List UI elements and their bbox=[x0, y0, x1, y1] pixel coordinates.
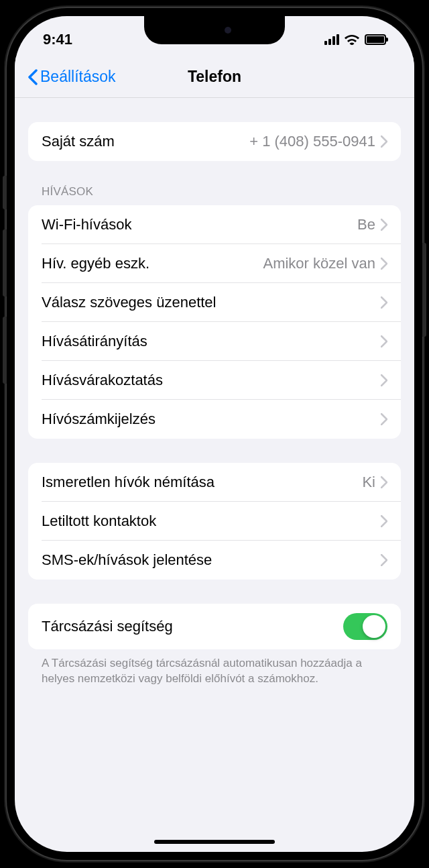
chevron-right-icon bbox=[381, 476, 387, 488]
wifi-calling-row[interactable]: Wi-Fi-hívások Be bbox=[28, 205, 401, 244]
back-button[interactable]: Beállítások bbox=[15, 68, 116, 86]
my-number-row[interactable]: Saját szám + 1 (408) 555-0941 bbox=[28, 122, 401, 161]
content[interactable]: Saját szám + 1 (408) 555-0941 HÍVÁSOK Wi… bbox=[15, 98, 414, 818]
row-value: Ki bbox=[362, 474, 375, 491]
wifi-icon bbox=[345, 34, 359, 45]
row-label: Wi-Fi-hívások bbox=[42, 216, 357, 233]
call-waiting-row[interactable]: Hívásvárakoztatás bbox=[28, 361, 401, 400]
chevron-left-icon bbox=[27, 69, 38, 85]
dial-assist-footer: A Tárcsázási segítség tárcsázásnál autom… bbox=[28, 649, 401, 687]
row-label: Hívószámkijelzés bbox=[42, 411, 381, 428]
row-label: Válasz szöveges üzenettel bbox=[42, 294, 381, 311]
nav-bar: Beállítások Telefon bbox=[15, 56, 414, 98]
calls-other-devices-row[interactable]: Hív. egyéb eszk. Amikor közel van bbox=[28, 244, 401, 283]
battery-icon bbox=[365, 34, 386, 45]
my-number-value: + 1 (408) 555-0941 bbox=[249, 133, 375, 150]
chevron-right-icon bbox=[381, 374, 387, 386]
row-label: Letiltott kontaktok bbox=[42, 512, 381, 530]
row-label: Hívásvárakoztatás bbox=[42, 372, 381, 389]
row-value: Be bbox=[357, 216, 375, 233]
row-value: Amikor közel van bbox=[263, 255, 375, 272]
call-forwarding-row[interactable]: Hívásátirányítás bbox=[28, 322, 401, 361]
row-label: Hív. egyéb eszk. bbox=[42, 255, 263, 272]
chevron-right-icon bbox=[381, 554, 387, 566]
notch bbox=[144, 16, 285, 44]
home-indicator[interactable] bbox=[154, 840, 275, 844]
row-label: Hívásátirányítás bbox=[42, 333, 381, 350]
silence-unknown-row[interactable]: Ismeretlen hívók némítása Ki bbox=[28, 463, 401, 502]
dial-assist-toggle[interactable] bbox=[343, 613, 387, 640]
phone-frame: 9:41 Beállítások Telefon bbox=[7, 8, 422, 860]
screen: 9:41 Beállítások Telefon bbox=[15, 16, 414, 852]
row-label: Ismeretlen hívók némítása bbox=[42, 474, 362, 491]
back-label: Beállítások bbox=[40, 68, 116, 86]
chevron-right-icon bbox=[381, 413, 387, 425]
status-time: 9:41 bbox=[43, 31, 72, 48]
chevron-right-icon bbox=[381, 515, 387, 527]
cellular-signal-icon bbox=[324, 34, 339, 45]
row-label: SMS-ek/hívások jelentése bbox=[42, 551, 381, 569]
row-label: Tárcsázási segítség bbox=[42, 618, 343, 635]
chevron-right-icon bbox=[381, 135, 387, 148]
report-sms-row[interactable]: SMS-ek/hívások jelentése bbox=[28, 541, 401, 580]
calls-section-header: HÍVÁSOK bbox=[28, 185, 401, 205]
text-reply-row[interactable]: Válasz szöveges üzenettel bbox=[28, 283, 401, 322]
chevron-right-icon bbox=[381, 219, 387, 231]
dial-assist-row: Tárcsázási segítség bbox=[28, 604, 401, 649]
blocked-contacts-row[interactable]: Letiltott kontaktok bbox=[28, 502, 401, 541]
caller-id-row[interactable]: Hívószámkijelzés bbox=[28, 400, 401, 439]
chevron-right-icon bbox=[381, 335, 387, 347]
chevron-right-icon bbox=[381, 296, 387, 309]
my-number-label: Saját szám bbox=[42, 133, 249, 150]
chevron-right-icon bbox=[381, 258, 387, 270]
